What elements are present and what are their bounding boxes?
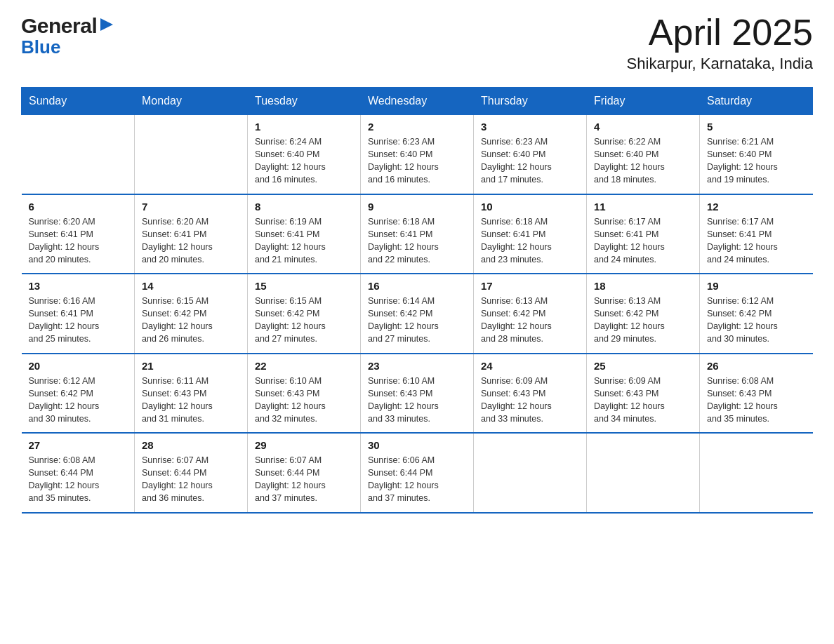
page-header: General Blue April 2025 Shikarpur, Karna… <box>21 14 813 73</box>
day-info: Sunrise: 6:17 AM Sunset: 6:41 PM Dayligh… <box>594 215 692 267</box>
calendar-table: SundayMondayTuesdayWednesdayThursdayFrid… <box>21 87 813 514</box>
calendar-cell: 1Sunrise: 6:24 AM Sunset: 6:40 PM Daylig… <box>248 115 361 194</box>
day-info: Sunrise: 6:06 AM Sunset: 6:44 PM Dayligh… <box>368 454 466 505</box>
day-info: Sunrise: 6:09 AM Sunset: 6:43 PM Dayligh… <box>594 375 692 426</box>
day-of-week-friday: Friday <box>587 88 700 115</box>
day-number: 28 <box>142 439 240 451</box>
calendar-cell: 8Sunrise: 6:19 AM Sunset: 6:41 PM Daylig… <box>248 194 361 274</box>
day-number: 3 <box>481 121 579 133</box>
calendar-cell: 29Sunrise: 6:07 AM Sunset: 6:44 PM Dayli… <box>248 433 361 513</box>
day-number: 20 <box>29 360 128 372</box>
calendar-week-row: 1Sunrise: 6:24 AM Sunset: 6:40 PM Daylig… <box>22 115 813 194</box>
day-info: Sunrise: 6:11 AM Sunset: 6:43 PM Dayligh… <box>142 375 240 426</box>
calendar-week-row: 27Sunrise: 6:08 AM Sunset: 6:44 PM Dayli… <box>22 433 813 513</box>
calendar-cell: 10Sunrise: 6:18 AM Sunset: 6:41 PM Dayli… <box>474 194 587 274</box>
calendar-cell: 11Sunrise: 6:17 AM Sunset: 6:41 PM Dayli… <box>587 194 700 274</box>
logo-general-text: General <box>21 14 97 38</box>
day-number: 18 <box>594 280 692 292</box>
day-info: Sunrise: 6:08 AM Sunset: 6:44 PM Dayligh… <box>29 454 128 505</box>
calendar-cell: 6Sunrise: 6:20 AM Sunset: 6:41 PM Daylig… <box>22 194 135 274</box>
day-info: Sunrise: 6:21 AM Sunset: 6:40 PM Dayligh… <box>707 135 806 187</box>
calendar-cell: 16Sunrise: 6:14 AM Sunset: 6:42 PM Dayli… <box>361 274 474 354</box>
calendar-cell: 21Sunrise: 6:11 AM Sunset: 6:43 PM Dayli… <box>135 354 248 434</box>
day-number: 25 <box>594 360 692 372</box>
day-info: Sunrise: 6:20 AM Sunset: 6:41 PM Dayligh… <box>29 215 128 267</box>
day-info: Sunrise: 6:18 AM Sunset: 6:41 PM Dayligh… <box>481 215 579 267</box>
calendar-cell: 28Sunrise: 6:07 AM Sunset: 6:44 PM Dayli… <box>135 433 248 513</box>
day-info: Sunrise: 6:15 AM Sunset: 6:42 PM Dayligh… <box>142 295 240 346</box>
day-of-week-saturday: Saturday <box>700 88 813 115</box>
day-of-week-thursday: Thursday <box>474 88 587 115</box>
day-number: 11 <box>594 201 692 213</box>
day-number: 12 <box>707 201 806 213</box>
calendar-cell: 3Sunrise: 6:23 AM Sunset: 6:40 PM Daylig… <box>474 115 587 194</box>
svg-marker-0 <box>100 18 113 31</box>
calendar-cell: 27Sunrise: 6:08 AM Sunset: 6:44 PM Dayli… <box>22 433 135 513</box>
calendar-week-row: 6Sunrise: 6:20 AM Sunset: 6:41 PM Daylig… <box>22 194 813 274</box>
calendar-cell: 20Sunrise: 6:12 AM Sunset: 6:42 PM Dayli… <box>22 354 135 434</box>
day-info: Sunrise: 6:20 AM Sunset: 6:41 PM Dayligh… <box>142 215 240 267</box>
calendar-header-row: SundayMondayTuesdayWednesdayThursdayFrid… <box>22 88 813 115</box>
calendar-cell: 13Sunrise: 6:16 AM Sunset: 6:41 PM Dayli… <box>22 274 135 354</box>
calendar-cell: 30Sunrise: 6:06 AM Sunset: 6:44 PM Dayli… <box>361 433 474 513</box>
day-info: Sunrise: 6:17 AM Sunset: 6:41 PM Dayligh… <box>707 215 806 267</box>
day-number: 27 <box>29 439 128 451</box>
calendar-cell <box>135 115 248 194</box>
day-number: 10 <box>481 201 579 213</box>
day-number: 15 <box>255 280 353 292</box>
day-info: Sunrise: 6:08 AM Sunset: 6:43 PM Dayligh… <box>707 375 806 426</box>
calendar-cell: 17Sunrise: 6:13 AM Sunset: 6:42 PM Dayli… <box>474 274 587 354</box>
calendar-cell: 4Sunrise: 6:22 AM Sunset: 6:40 PM Daylig… <box>587 115 700 194</box>
calendar-cell: 18Sunrise: 6:13 AM Sunset: 6:42 PM Dayli… <box>587 274 700 354</box>
day-number: 29 <box>255 439 353 451</box>
day-number: 8 <box>255 201 353 213</box>
calendar-cell <box>22 115 135 194</box>
calendar-cell: 9Sunrise: 6:18 AM Sunset: 6:41 PM Daylig… <box>361 194 474 274</box>
day-number: 26 <box>707 360 806 372</box>
calendar-cell: 24Sunrise: 6:09 AM Sunset: 6:43 PM Dayli… <box>474 354 587 434</box>
calendar-cell: 22Sunrise: 6:10 AM Sunset: 6:43 PM Dayli… <box>248 354 361 434</box>
title-block: April 2025 Shikarpur, Karnataka, India <box>627 14 813 73</box>
day-info: Sunrise: 6:07 AM Sunset: 6:44 PM Dayligh… <box>142 454 240 505</box>
logo-blue-text: Blue <box>21 36 60 58</box>
calendar-cell: 14Sunrise: 6:15 AM Sunset: 6:42 PM Dayli… <box>135 274 248 354</box>
day-info: Sunrise: 6:24 AM Sunset: 6:40 PM Dayligh… <box>255 135 353 187</box>
day-number: 19 <box>707 280 806 292</box>
day-number: 13 <box>29 280 128 292</box>
day-info: Sunrise: 6:10 AM Sunset: 6:43 PM Dayligh… <box>368 375 466 426</box>
calendar-cell <box>700 433 813 513</box>
day-info: Sunrise: 6:10 AM Sunset: 6:43 PM Dayligh… <box>255 375 353 426</box>
day-number: 14 <box>142 280 240 292</box>
day-info: Sunrise: 6:18 AM Sunset: 6:41 PM Dayligh… <box>368 215 466 267</box>
day-of-week-wednesday: Wednesday <box>361 88 474 115</box>
day-of-week-monday: Monday <box>135 88 248 115</box>
day-number: 30 <box>368 439 466 451</box>
day-of-week-tuesday: Tuesday <box>248 88 361 115</box>
day-number: 1 <box>255 121 353 133</box>
calendar-cell <box>474 433 587 513</box>
day-number: 21 <box>142 360 240 372</box>
day-info: Sunrise: 6:14 AM Sunset: 6:42 PM Dayligh… <box>368 295 466 346</box>
day-info: Sunrise: 6:07 AM Sunset: 6:44 PM Dayligh… <box>255 454 353 505</box>
day-info: Sunrise: 6:19 AM Sunset: 6:41 PM Dayligh… <box>255 215 353 267</box>
day-number: 9 <box>368 201 466 213</box>
day-number: 22 <box>255 360 353 372</box>
day-number: 5 <box>707 121 806 133</box>
day-info: Sunrise: 6:16 AM Sunset: 6:41 PM Dayligh… <box>29 295 128 346</box>
calendar-cell: 19Sunrise: 6:12 AM Sunset: 6:42 PM Dayli… <box>700 274 813 354</box>
calendar-cell: 12Sunrise: 6:17 AM Sunset: 6:41 PM Dayli… <box>700 194 813 274</box>
day-number: 2 <box>368 121 466 133</box>
calendar-cell: 23Sunrise: 6:10 AM Sunset: 6:43 PM Dayli… <box>361 354 474 434</box>
day-info: Sunrise: 6:22 AM Sunset: 6:40 PM Dayligh… <box>594 135 692 187</box>
calendar-cell: 2Sunrise: 6:23 AM Sunset: 6:40 PM Daylig… <box>361 115 474 194</box>
calendar-cell: 5Sunrise: 6:21 AM Sunset: 6:40 PM Daylig… <box>700 115 813 194</box>
logo: General Blue <box>21 14 114 58</box>
day-of-week-sunday: Sunday <box>22 88 135 115</box>
day-info: Sunrise: 6:15 AM Sunset: 6:42 PM Dayligh… <box>255 295 353 346</box>
day-number: 4 <box>594 121 692 133</box>
calendar-week-row: 13Sunrise: 6:16 AM Sunset: 6:41 PM Dayli… <box>22 274 813 354</box>
calendar-cell: 7Sunrise: 6:20 AM Sunset: 6:41 PM Daylig… <box>135 194 248 274</box>
calendar-title: April 2025 <box>627 14 813 51</box>
day-info: Sunrise: 6:23 AM Sunset: 6:40 PM Dayligh… <box>368 135 466 187</box>
calendar-cell <box>587 433 700 513</box>
